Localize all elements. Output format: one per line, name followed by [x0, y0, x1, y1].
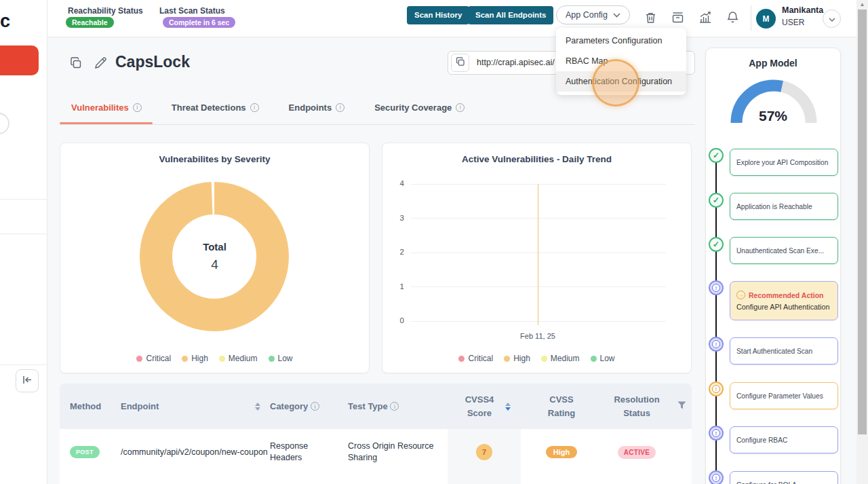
y-tick: 1 — [388, 282, 404, 291]
legend-swatch-medium — [219, 356, 225, 362]
last-scan-status-badge: Complete in 6 sec — [163, 17, 235, 28]
sort-endpoint-button[interactable] — [255, 403, 260, 411]
step-start-authenticated-scan[interactable]: Start Authenticated Scan — [730, 337, 838, 365]
scrollbar-thumb[interactable] — [858, 10, 867, 434]
trend-series-line-high — [538, 184, 538, 325]
legend-item[interactable]: High — [182, 354, 208, 363]
menu-item-parameters-configuration[interactable]: Parameters Configuration — [556, 31, 686, 51]
step-configure-parameter-values[interactable]: Configure Parameter Values — [730, 382, 838, 409]
scrollbar-up-icon[interactable]: ▲ — [856, 1, 868, 7]
legend-swatch-high — [504, 356, 510, 362]
legend-label: High — [191, 354, 208, 363]
app-config-dropdown-button[interactable]: App Config — [556, 5, 630, 24]
step-configure-bola[interactable]: Configure for BOLA — [730, 471, 838, 484]
donut-chart-title: Vulnerabilites by Severity — [60, 154, 369, 164]
last-scan-status-label: Last Scan Status — [159, 6, 225, 16]
step-explore-api-composition[interactable]: Explore your API Composition — [730, 149, 838, 176]
gridline — [411, 184, 666, 185]
info-icon: i — [390, 402, 399, 411]
step-application-reachable[interactable]: Application is Reachable — [730, 193, 838, 220]
tab-threat-detections[interactable]: Threat Detections i — [172, 98, 259, 116]
sidebar-collapse-button[interactable] — [16, 369, 39, 392]
legend-swatch-low — [269, 356, 275, 362]
legend-item[interactable]: Low — [591, 354, 615, 363]
header-cvss-rating: CVSS Rating — [521, 384, 602, 429]
donut-total-value: 4 — [60, 257, 369, 272]
legend-swatch-low — [591, 356, 597, 362]
tab-endpoints[interactable]: Endpoints i — [289, 98, 345, 116]
copy-url-button[interactable] — [451, 54, 469, 72]
app-url-text: http://crapi.apisec.ai/ — [477, 52, 555, 74]
top-bar: Reachability Status Reachable Last Scan … — [47, 0, 856, 37]
step-configure-api-authentication[interactable]: → Recommended Action Configure API Authe… — [730, 281, 838, 320]
sidebar-red-button[interactable] — [0, 45, 39, 75]
analytics-button[interactable] — [697, 11, 712, 26]
tabs-divider — [60, 124, 695, 125]
legend-item[interactable]: Critical — [136, 354, 171, 363]
info-icon: i — [133, 103, 142, 112]
app-config-label: App Config — [566, 10, 608, 20]
page-scrollbar[interactable]: ▲ — [856, 0, 868, 484]
step-alert-icon: ! — [709, 280, 724, 295]
table-row-partial[interactable] — [60, 475, 692, 484]
sort-cvss4-button[interactable] — [505, 403, 511, 411]
daily-trend-card: Active Vulnerabilities - Daily Trend 4 3… — [382, 143, 692, 373]
gridline — [411, 321, 666, 322]
tab-security-coverage[interactable]: Security Coverage i — [374, 98, 465, 116]
table-header-row: Method Endpoint Category i Test Type i C… — [60, 384, 692, 429]
y-tick: 0 — [388, 316, 404, 324]
app-config-menu: Parameters Configuration RBAC Map Authen… — [556, 28, 686, 95]
app-model-panel: App Model 57% ✓ Explore your API Composi… — [705, 48, 841, 484]
user-avatar[interactable]: M — [756, 9, 776, 29]
step-configure-rbac[interactable]: Configure RBAC — [730, 426, 838, 453]
legend-item[interactable]: Critical — [458, 354, 493, 363]
scan-history-button[interactable]: Scan History — [407, 6, 469, 24]
recommended-action-label: Recommended Action — [749, 291, 823, 299]
resolution-status-badge: ACTIVE — [618, 446, 656, 459]
legend-item[interactable]: Low — [269, 354, 293, 363]
check-icon: ✓ — [713, 240, 719, 249]
gridline — [411, 286, 666, 287]
filter-button[interactable] — [677, 401, 686, 411]
header-label: Category — [270, 401, 308, 411]
category-cell: Response Headers — [270, 429, 348, 475]
copy-app-name-button[interactable] — [70, 57, 82, 71]
severity-legend: Critical High Medium Low — [60, 354, 369, 363]
tab-vulnerabilities[interactable]: Vulnerabilites i — [71, 98, 142, 116]
y-tick: 4 — [388, 179, 404, 187]
legend-label: Critical — [468, 354, 493, 363]
pencil-icon — [94, 61, 106, 71]
sidebar-divider — [0, 365, 47, 365]
legend-label: Low — [278, 354, 293, 363]
step-alert-icon: ! — [709, 426, 724, 441]
legend-item[interactable]: Medium — [541, 354, 580, 363]
step-unauthenticated-scan[interactable]: Unauthenticated Scan Exe... — [730, 237, 838, 264]
legend-label: Medium — [551, 354, 580, 363]
legend-swatch-medium — [541, 356, 547, 362]
sort-asc-icon — [255, 403, 260, 406]
exclamation-icon: ! — [712, 385, 720, 393]
scan-all-endpoints-button[interactable]: Scan All Endpoints — [468, 6, 553, 24]
y-tick: 3 — [388, 214, 404, 222]
app-window: c Reachability Status Reachable Last Sca… — [0, 0, 868, 484]
user-menu-button[interactable] — [823, 10, 841, 28]
archive-button[interactable] — [670, 11, 685, 26]
notifications-button[interactable] — [725, 11, 740, 26]
step-done-icon: ✓ — [709, 193, 724, 208]
delete-button[interactable] — [643, 11, 658, 26]
page-title: CapsLock — [115, 53, 190, 71]
step-done-icon: ✓ — [709, 148, 724, 163]
sort-asc-icon — [505, 403, 511, 406]
table-row[interactable]: POST /community/api/v2/coupon/new-coupon… — [60, 429, 692, 475]
check-icon: ✓ — [713, 151, 719, 160]
legend-item[interactable]: High — [504, 354, 530, 363]
menu-item-authentication-configuration[interactable]: Authentication Configuration — [556, 71, 686, 92]
left-sidebar: c — [0, 0, 47, 484]
logo-fragment: c — [0, 11, 10, 32]
menu-item-rbac-map[interactable]: RBAC Map — [556, 51, 686, 71]
edit-app-name-button[interactable] — [94, 57, 106, 71]
exclamation-icon: ! — [712, 284, 720, 292]
tab-bar: Vulnerabilites i Threat Detections i End… — [71, 98, 465, 116]
donut-total-label: Total — [60, 241, 369, 253]
legend-item[interactable]: Medium — [219, 354, 258, 363]
